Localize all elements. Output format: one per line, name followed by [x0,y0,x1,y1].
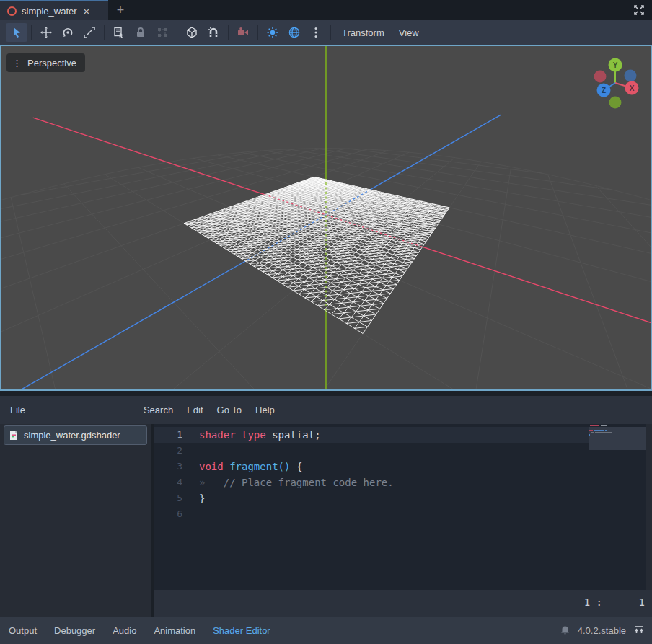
new-tab-button[interactable]: + [108,0,133,20]
toolbar-separator [104,25,105,40]
line-source: » // Place fragment code here. [182,475,394,490]
code-line-5[interactable]: 5} [154,490,652,506]
bottom-tab-shader-editor[interactable]: Shader Editor [213,625,270,636]
shader-code-editor[interactable]: 1shader_type spatial;23void fragment() {… [154,424,652,590]
transform-menu[interactable]: Transform [335,23,392,42]
line-number: 6 [154,506,182,522]
notification-bell-icon[interactable] [560,625,570,636]
code-line-6[interactable]: 6 [154,506,652,522]
file-item-simple-water-gdshader[interactable]: simple_water.gdshader [4,425,147,445]
list-select-tool-button[interactable] [108,23,130,42]
toolbar-separator [257,25,258,40]
spatial-toolbar: Transform View [0,20,652,45]
help-menu[interactable]: Help [254,405,276,415]
perspective-label: Perspective [27,58,76,69]
select-tool-button[interactable] [6,23,27,42]
move-icon [40,26,53,39]
bottom-tab-output[interactable]: Output [9,625,37,636]
scene-tab-bar: simple_water × + [0,0,652,20]
group-selected-button[interactable] [151,23,173,42]
line-number: 5 [154,490,182,506]
svg-text:Z: Z [602,87,606,94]
code-scrollbar[interactable] [646,424,652,590]
shader-resource-icon [7,6,17,16]
kebab-menu-icon: ⋮ [12,58,22,68]
toolbar-separator [31,25,32,40]
minimap-code-bar [605,430,607,431]
minimap-code-bar [601,425,607,426]
shader-editor-menubar: File Search Edit Go To Help [0,396,652,424]
scene-3d-render: YXZ [0,45,652,391]
cursor-position: 1 : 1 [584,596,645,608]
code-line-2[interactable]: 2 [154,443,652,459]
minimap-code-bar [590,425,599,426]
code-line-1[interactable]: 1shader_type spatial; [154,427,652,443]
line-source: } [182,490,205,506]
line-number: 2 [154,443,182,459]
toolbar-separator [177,25,177,40]
edit-menu[interactable]: Edit [185,405,204,415]
rotate-tool-button[interactable] [57,23,79,42]
bottom-panel-bar: Output Debugger Audio Animation Shader E… [0,617,652,644]
file-menu[interactable]: File [9,405,27,415]
view-menu[interactable]: View [392,23,426,42]
toolbar-separator [330,25,331,40]
tab-close-icon[interactable]: × [82,6,92,17]
goto-menu[interactable]: Go To [216,405,243,415]
gizmo-axis-ball [609,97,622,109]
bottom-tab-debugger[interactable]: Debugger [54,625,95,636]
bottom-tab-audio[interactable]: Audio [113,625,136,636]
editor-status-row: 1 : 1 [154,590,652,617]
minimap-code-bar [602,432,607,433]
line-source [182,506,199,522]
rotate-icon [61,26,74,39]
line-source [182,443,199,459]
minimap-code-bar [594,430,604,431]
line-number: 1 [154,427,182,443]
scale-icon [83,26,96,39]
preview-camera-button[interactable] [232,23,254,42]
snap-toggle-button[interactable] [203,23,224,42]
svg-text:Y: Y [613,61,618,69]
file-item-label: simple_water.gdshader [24,430,120,441]
tab-simple-water[interactable]: simple_water × [0,0,108,20]
move-tool-button[interactable] [35,23,57,42]
version-label: 4.0.2.stable [578,625,626,636]
line-number: 3 [154,459,182,475]
shader-file-list[interactable]: simple_water.gdshader [0,424,151,617]
code-minimap[interactable] [589,424,647,456]
code-lines: 1shader_type spatial;23void fragment() {… [154,424,652,522]
expand-window-icon[interactable] [632,3,646,17]
line-number: 4 [154,475,182,490]
view-options-menu-button[interactable] [305,23,327,42]
minimap-code-bar [595,432,602,433]
perspective-menu-button[interactable]: ⋮ Perspective [6,53,85,72]
plane-mesh-wireframe [184,177,449,333]
minimap-code-bar [589,434,590,436]
preview-environment-button[interactable] [283,23,305,42]
x-axis-line [33,118,652,391]
bottom-tab-animation[interactable]: Animation [154,625,195,636]
line-source: void fragment() { [182,459,302,475]
toolbar-separator [228,25,229,40]
gizmo-axis-ball [594,71,607,83]
minimap-code-bar [607,432,612,433]
viewport-3d[interactable]: YXZ ⋮ Perspective [0,45,652,391]
lock-selected-button[interactable] [130,23,151,42]
tab-label: simple_water [22,6,77,17]
preview-sunlight-button[interactable] [262,23,283,42]
shader-file-icon [9,430,19,441]
minimap-code-bar [589,430,593,431]
ruler-mode-button[interactable] [181,23,203,42]
code-line-4[interactable]: 4» // Place fragment code here. [154,475,652,490]
minimap-code-bar [591,432,594,433]
axis-gizmo[interactable]: YXZ [594,58,639,109]
gizmo-axis-ball [625,70,637,82]
select-arrow-icon [10,26,23,39]
expand-bottom-panel-icon[interactable] [633,625,645,635]
line-source: shader_type spatial; [182,427,321,443]
svg-text:X: X [630,84,635,92]
scale-tool-button[interactable] [79,23,100,42]
search-menu[interactable]: Search [142,405,175,415]
code-line-3[interactable]: 3void fragment() { [154,459,652,475]
